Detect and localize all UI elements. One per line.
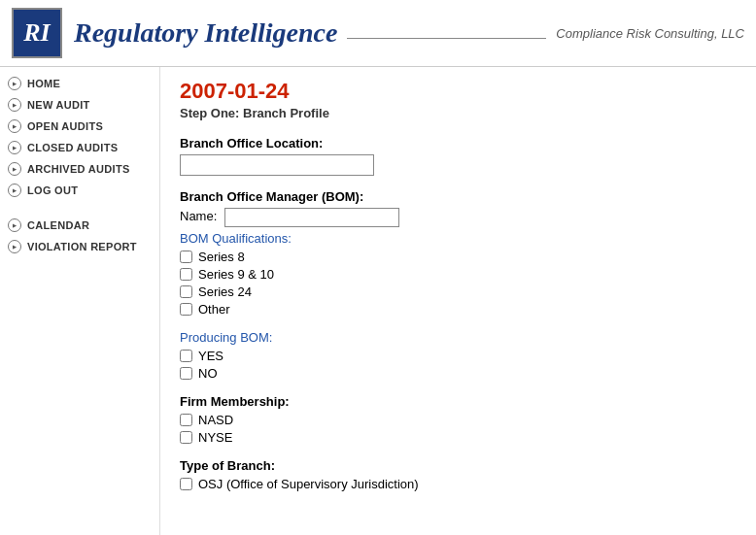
sidebar-item-open-audits[interactable]: OPEN AUDITS [0,116,159,137]
closed-audits-icon [8,141,21,154]
header-text-block: Regulatory Intelligence [74,17,337,49]
home-icon [8,77,21,90]
header: RI Regulatory Intelligence Compliance Ri… [0,0,756,67]
firm-nyse: NYSE [180,430,737,445]
branch-office-location-label: Branch Office Location: [180,136,737,150]
logo: RI [12,8,62,58]
series24-checkbox[interactable] [180,285,192,298]
sidebar-item-new-audit[interactable]: NEW AUDIT [0,94,159,116]
sidebar-item-archived-audits[interactable]: ARCHIVED AUDITS [0,158,159,180]
nav-group-secondary: CALENDAR VIOLATION REPORT [0,215,159,257]
other-checkbox[interactable] [180,303,192,316]
sidebar-item-home-label: HOME [27,78,60,89]
series9-10-checkbox[interactable] [180,268,192,281]
nav-group-main: HOME NEW AUDIT OPEN AUDITS CLOSED AUDITS… [0,73,159,201]
osj-label: OSJ (Office of Supervisory Jurisdiction) [198,477,419,491]
producing-bom-yes: YES [180,349,737,363]
nyse-label: NYSE [198,430,232,445]
series8-checkbox[interactable] [180,251,192,263]
bom-name-label: Name: [180,209,217,223]
firm-nasd: NASD [180,413,737,427]
open-audits-icon [8,119,21,133]
sidebar: HOME NEW AUDIT OPEN AUDITS CLOSED AUDITS… [0,67,160,535]
osj-checkbox[interactable] [180,478,192,490]
new-audit-icon [8,98,21,112]
producing-bom-no: NO [180,366,737,381]
yes-checkbox[interactable] [180,350,192,362]
sidebar-item-violation-report[interactable]: VIOLATION REPORT [0,236,159,257]
logo-text: RI [23,18,50,48]
sidebar-item-calendar[interactable]: CALENDAR [0,215,159,236]
type-of-branch-label: Type of Branch: [180,458,737,473]
nyse-checkbox[interactable] [180,431,192,444]
sidebar-item-closed-audits-label: CLOSED AUDITS [27,142,118,153]
sidebar-item-log-out-label: LOG OUT [27,184,78,196]
audit-date: 2007-01-24 [180,79,737,104]
sidebar-item-home[interactable]: HOME [0,73,159,94]
series24-label: Series 24 [198,284,252,299]
firm-membership-label: Firm Membership: [180,394,737,409]
producing-bom-label: Producing BOM: [180,330,737,345]
archived-audits-icon [8,162,21,176]
bom-name-row: Name: [180,208,737,227]
qualification-series9-10: Series 9 & 10 [180,267,737,282]
qualification-series8: Series 8 [180,250,737,264]
producing-bom-section: Producing BOM: YES NO [180,330,737,381]
nasd-label: NASD [198,413,233,427]
series9-10-label: Series 9 & 10 [198,267,274,282]
violation-report-icon [8,240,21,253]
sidebar-item-open-audits-label: OPEN AUDITS [27,120,103,132]
type-of-branch-section: Type of Branch: OSJ (Office of Superviso… [180,458,737,491]
sidebar-item-new-audit-label: NEW AUDIT [27,99,90,111]
app-title: Regulatory Intelligence [74,17,337,49]
no-checkbox[interactable] [180,367,192,380]
calendar-icon [8,218,21,232]
sidebar-item-archived-audits-label: ARCHIVED AUDITS [27,163,130,175]
header-divider [347,38,546,39]
firm-membership-section: Firm Membership: NASD NYSE [180,394,737,445]
sidebar-item-log-out[interactable]: LOG OUT [0,180,159,201]
qualification-other: Other [180,302,737,317]
bom-name-input[interactable] [224,208,399,227]
page-layout: HOME NEW AUDIT OPEN AUDITS CLOSED AUDITS… [0,67,756,535]
qualification-series24: Series 24 [180,284,737,299]
yes-label: YES [198,349,223,363]
branch-office-location-input[interactable] [180,154,374,176]
bom-label: Branch Office Manager (BOM): [180,189,737,204]
nasd-checkbox[interactable] [180,414,192,426]
sidebar-item-calendar-label: CALENDAR [27,219,89,231]
log-out-icon [8,184,21,197]
series8-label: Series 8 [198,250,245,264]
step-label: Step One: Branch Profile [180,106,737,120]
type-osj: OSJ (Office of Supervisory Jurisdiction) [180,477,737,491]
other-label: Other [198,302,230,317]
bom-section: Branch Office Manager (BOM): Name: BOM Q… [180,189,737,317]
company-subtitle: Compliance Risk Consulting, LLC [556,26,744,41]
main-content: 2007-01-24 Step One: Branch Profile Bran… [160,67,756,535]
sidebar-item-violation-report-label: VIOLATION REPORT [27,241,137,252]
no-label: NO [198,366,218,381]
bom-qualifications-label: BOM Qualifications: [180,231,737,246]
branch-office-location-section: Branch Office Location: [180,136,737,176]
nav-divider [0,203,159,215]
sidebar-item-closed-audits[interactable]: CLOSED AUDITS [0,137,159,158]
